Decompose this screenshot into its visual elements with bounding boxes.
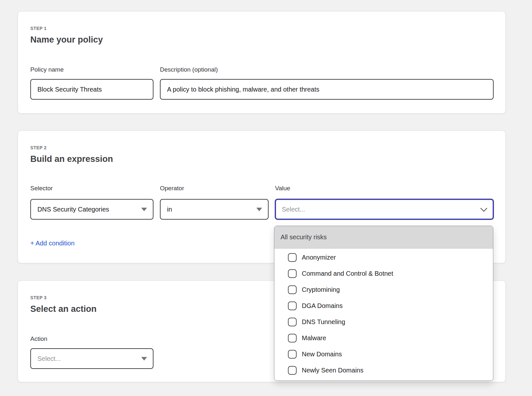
action-label: Action <box>30 335 153 342</box>
dropdown-option[interactable]: Command and Control & Botnet <box>274 265 493 282</box>
step1-card: STEP 1 Name your policy Policy name Desc… <box>18 11 506 114</box>
action-select[interactable]: Select... <box>30 348 153 369</box>
dropdown-option[interactable]: Cryptomining <box>274 282 493 298</box>
value-dropdown-list: Anonymizer Command and Control & Botnet … <box>274 249 493 378</box>
selector-label: Selector <box>30 185 153 192</box>
checkbox-unchecked-icon[interactable] <box>288 253 297 262</box>
checkbox-unchecked-icon[interactable] <box>288 285 297 294</box>
checkbox-unchecked-icon[interactable] <box>288 318 297 326</box>
dropdown-option[interactable]: DNS Tunneling <box>274 314 493 330</box>
operator-select-value: in <box>167 206 172 213</box>
checkbox-unchecked-icon[interactable] <box>288 269 297 278</box>
description-label: Description (optional) <box>160 66 494 73</box>
chevron-down-icon <box>480 205 487 212</box>
step1-label: STEP 1 <box>30 26 493 31</box>
checkbox-unchecked-icon[interactable] <box>288 302 297 310</box>
operator-label: Operator <box>160 185 269 192</box>
add-condition-link[interactable]: + Add condition <box>30 240 74 247</box>
dropdown-option[interactable]: New Domains <box>274 346 493 362</box>
value-placeholder: Select... <box>282 206 305 213</box>
step2-title: Build an expression <box>30 154 493 164</box>
checkbox-unchecked-icon[interactable] <box>288 350 297 359</box>
policy-name-label: Policy name <box>30 66 153 73</box>
checkbox-unchecked-icon[interactable] <box>288 366 297 375</box>
step2-label: STEP 2 <box>30 145 493 150</box>
dropdown-option[interactable]: DGA Domains <box>274 298 493 314</box>
value-label: Value <box>275 185 494 192</box>
operator-select[interactable]: in <box>160 199 269 220</box>
caret-down-icon <box>256 208 262 211</box>
dropdown-option[interactable]: Newly Seen Domains <box>274 362 493 378</box>
caret-down-icon <box>141 208 147 211</box>
dropdown-option[interactable]: Malware <box>274 330 493 346</box>
dropdown-option-all-security-risks[interactable]: All security risks <box>274 226 493 249</box>
selector-select[interactable]: DNS Security Categories <box>30 199 153 220</box>
value-dropdown-panel: All security risks Anonymizer Command an… <box>274 226 493 381</box>
action-placeholder: Select... <box>37 355 61 362</box>
value-multiselect[interactable]: Select... <box>275 199 494 220</box>
description-input[interactable] <box>160 79 494 100</box>
checkbox-unchecked-icon[interactable] <box>288 334 297 342</box>
policy-name-input[interactable] <box>30 79 153 100</box>
dropdown-option[interactable]: Anonymizer <box>274 249 493 265</box>
caret-down-icon <box>141 357 147 361</box>
step1-title: Name your policy <box>30 35 493 45</box>
selector-select-value: DNS Security Categories <box>37 206 109 213</box>
